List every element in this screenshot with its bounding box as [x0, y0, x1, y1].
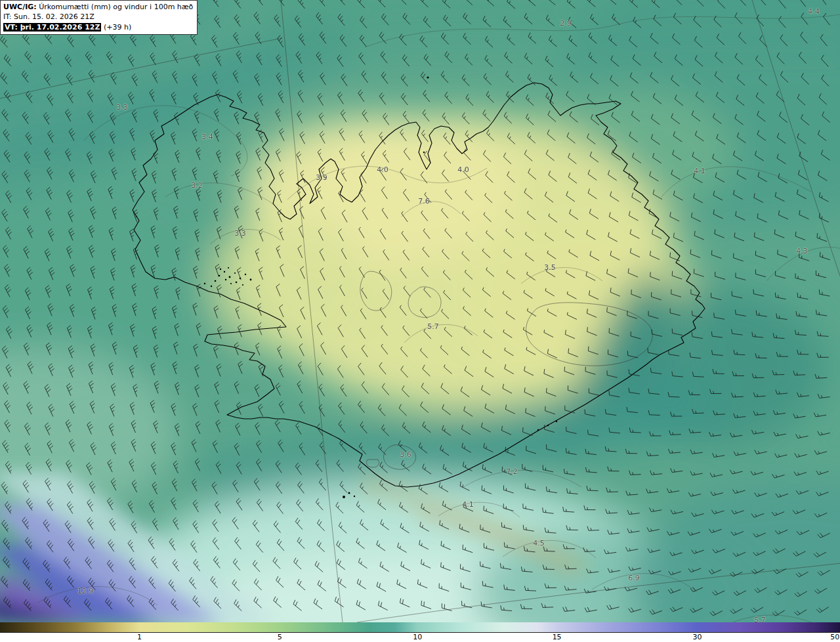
legend-tick-labels: 1510153050 — [0, 622, 840, 642]
legend-colorbar: 1510153050 — [0, 622, 840, 642]
wind-barbs — [1, 0, 830, 616]
graticule-lines — [0, 0, 840, 622]
legend-tick-1: 1 — [137, 633, 142, 641]
product-title: Úrkomumætti (mm) og vindur i 100m hæð — [37, 3, 194, 11]
legend-tick-5: 5 — [278, 633, 282, 641]
map-canvas: 2.94.43.33.43.23.94.04.04.14.33.37.63.55… — [0, 0, 840, 622]
model-name: UWC/IG: — [3, 3, 37, 11]
iceland-coastline — [133, 76, 705, 498]
glacier-outlines — [360, 271, 652, 469]
map-overlay — [0, 0, 840, 622]
init-time: IT: Sun. 15. 02. 2026 21Z — [3, 12, 193, 22]
legend-tick-50: 50 — [830, 633, 839, 641]
valid-time: VT: þri. 17.02.2026 12Z — [3, 23, 101, 32]
legend-tick-10: 10 — [413, 633, 422, 641]
iceland-outline — [133, 83, 705, 487]
valid-time-line: VT: þri. 17.02.2026 12Z (+39 h) — [3, 22, 193, 32]
title-box: UWC/IG: Úrkomumætti (mm) og vindur i 100… — [0, 0, 198, 35]
legend-tick-15: 15 — [553, 633, 562, 641]
product-title-line: UWC/IG: Úrkomumætti (mm) og vindur i 100… — [3, 2, 193, 12]
wind-barb-glyphs — [1, 0, 830, 616]
legend-tick-30: 30 — [692, 633, 702, 641]
weather-map-page: 2.94.43.33.43.23.94.04.04.14.33.37.63.55… — [0, 0, 840, 642]
forecast-lead: (+39 h) — [101, 23, 131, 32]
